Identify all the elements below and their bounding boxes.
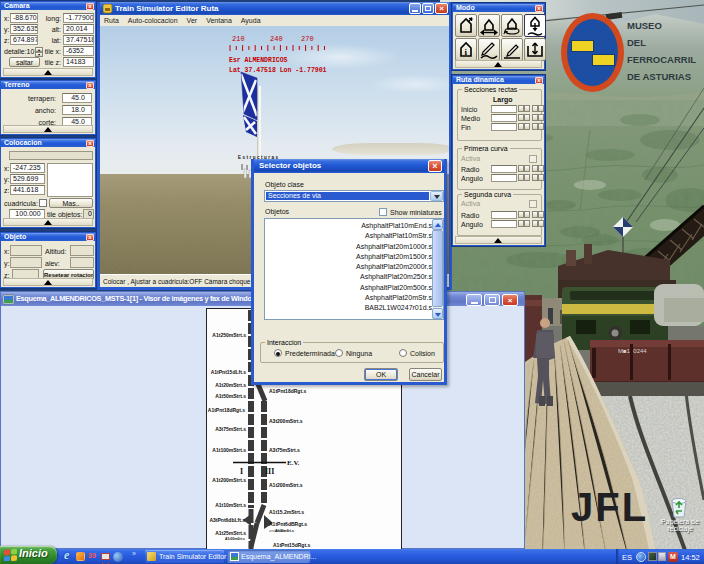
svg-text:A1t15.2mStrt.s: A1t15.2mStrt.s (269, 509, 304, 515)
svg-text:i: i (465, 47, 468, 57)
svg-text:A1t200mStrt.s: A1t200mStrt.s (212, 477, 246, 483)
svg-text:E.V.: E.V. (287, 459, 300, 467)
svg-text:Alt30m6rt.s: Alt30m6rt.s (275, 529, 294, 533)
svg-text:I: I (240, 467, 243, 476)
svg-text:A3t75mStrt.s: A3t75mStrt.s (215, 426, 246, 432)
svg-text:A1t250mStrt.s: A1t250mStrt.s (212, 332, 246, 338)
svg-text:A1tPnt6dBRgt.s: A1tPnt6dBRgt.s (269, 521, 307, 527)
svg-text:A1tPnt18dRgt.s: A1tPnt18dRgt.s (269, 388, 306, 394)
svg-text:A3tPnt6dbLft.s: A3tPnt6dbLft.s (209, 517, 245, 523)
svg-text:A1t20mStrt.s: A1t20mStrt.s (215, 382, 246, 388)
svg-text:A3t200mStrt.s: A3t200mStrt.s (269, 418, 303, 424)
svg-text:A1tPnt18dRgt.s: A1tPnt18dRgt.s (208, 407, 245, 413)
svg-text:III: III (265, 467, 274, 476)
svg-text:A1t200mStrt.s: A1t200mStrt.s (269, 482, 303, 488)
svg-text:A1t25mStrt.s: A1t25mStrt.s (215, 530, 246, 536)
svg-text:A1t10mStrt.s: A1t10mStrt.s (215, 502, 246, 508)
svg-text:A1t30m0rt.s: A1t30m0rt.s (225, 537, 245, 541)
svg-text:A1t100mStrt.s: A1t100mStrt.s (212, 447, 246, 453)
svg-text:A1tPnt15dRgt.s: A1tPnt15dRgt.s (273, 542, 310, 548)
svg-text:A1tPnt15dLft.s: A1tPnt15dLft.s (211, 369, 247, 375)
svg-text:A3t75mStrt.s: A3t75mStrt.s (269, 447, 300, 453)
svg-text:A1t50mStrt.s: A1t50mStrt.s (215, 393, 246, 399)
